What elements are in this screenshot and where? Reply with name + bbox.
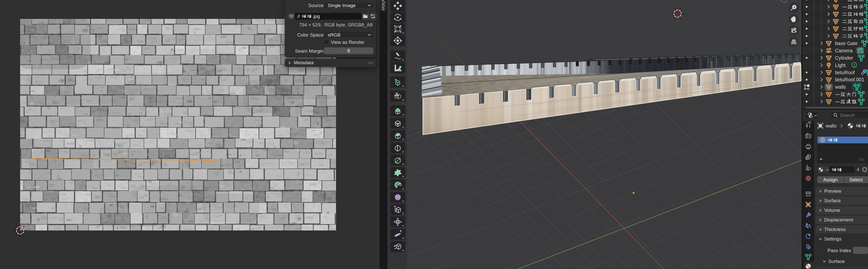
svg-text:base Gate: base Gate [835, 41, 858, 46]
svg-text:tietuRoof.001: tietuRoof.001 [835, 77, 864, 82]
svg-text:Camera: Camera [835, 48, 852, 53]
svg-text:walls: walls [835, 84, 846, 90]
svg-text:walls: walls [826, 123, 836, 129]
svg-text:tietuRoof: tietuRoof [835, 70, 855, 75]
svg-text:Cylinder: Cylinder [835, 55, 853, 61]
svg-text:Light: Light [835, 62, 846, 68]
